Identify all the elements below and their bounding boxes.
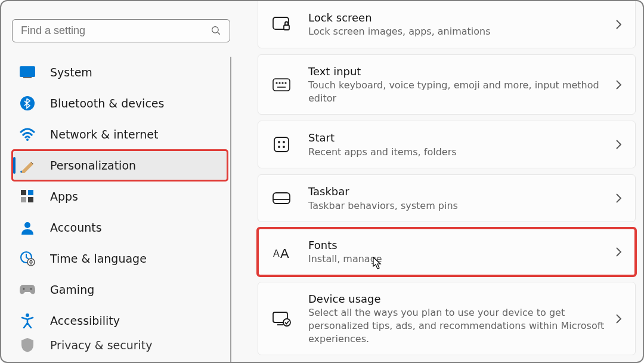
text-input-icon [271, 75, 292, 95]
chevron-right-icon [615, 19, 622, 30]
svg-point-20 [279, 82, 280, 84]
settings-content: Lock screen Lock screen images, apps, an… [240, 1, 643, 362]
sidebar-nav: System Bluetooth & devices Network & int… [12, 57, 231, 362]
device-usage-icon [271, 309, 292, 329]
sidebar: System Bluetooth & devices Network & int… [1, 1, 240, 362]
svg-rect-17 [284, 25, 289, 30]
personalization-icon [19, 157, 36, 174]
card-title: Lock screen [308, 11, 608, 25]
fonts-icon: AA [271, 242, 292, 262]
start-icon [271, 134, 292, 155]
card-desc: Lock screen images, apps, animations [308, 25, 608, 38]
search-input[interactable] [21, 24, 210, 37]
accounts-icon [19, 219, 36, 236]
system-icon [19, 64, 36, 81]
accessibility-icon [19, 312, 36, 329]
svg-point-5 [26, 139, 29, 141]
card-title: Start [308, 131, 608, 145]
card-device-usage[interactable]: Device usage Select all the ways you pla… [258, 282, 636, 355]
svg-line-1 [218, 32, 220, 35]
lock-screen-icon [271, 14, 292, 35]
svg-point-15 [26, 313, 29, 317]
sidebar-item-label: Gaming [50, 283, 94, 296]
svg-text:A: A [273, 248, 280, 259]
chevron-right-icon [615, 193, 622, 204]
svg-point-0 [212, 27, 219, 33]
svg-point-27 [278, 146, 280, 147]
svg-point-25 [278, 141, 280, 143]
svg-point-14 [30, 288, 32, 290]
card-text: Fonts Install, manage [308, 238, 608, 266]
sidebar-item-apps[interactable]: Apps [12, 181, 228, 212]
svg-point-19 [276, 82, 277, 84]
sidebar-item-personalization[interactable]: Personalization [12, 150, 228, 181]
svg-rect-6 [21, 190, 26, 195]
svg-rect-7 [28, 190, 33, 195]
sidebar-item-gaming[interactable]: Gaming [12, 274, 228, 305]
card-desc: Recent apps and items, folders [308, 146, 608, 159]
card-fonts[interactable]: AA Fonts Install, manage [258, 228, 636, 276]
network-icon [19, 126, 36, 143]
svg-point-10 [24, 222, 30, 228]
svg-rect-2 [20, 66, 35, 77]
card-title: Text input [308, 64, 608, 79]
svg-point-13 [23, 288, 25, 290]
sidebar-item-label: Accounts [50, 221, 102, 234]
settings-window: System Bluetooth & devices Network & int… [0, 0, 644, 363]
card-title: Taskbar [308, 184, 608, 199]
apps-icon [19, 188, 36, 205]
sidebar-item-system[interactable]: System [12, 57, 228, 88]
card-taskbar[interactable]: Taskbar Taskbar behaviors, system pins [258, 174, 636, 222]
card-title: Fonts [308, 238, 608, 253]
svg-rect-24 [274, 137, 289, 152]
sidebar-item-accessibility[interactable]: Accessibility [12, 305, 228, 336]
svg-point-28 [283, 146, 284, 147]
search-box[interactable] [12, 19, 230, 42]
card-lock-screen[interactable]: Lock screen Lock screen images, apps, an… [258, 1, 636, 48]
svg-rect-9 [28, 197, 33, 202]
sidebar-item-accounts[interactable]: Accounts [12, 212, 228, 243]
card-text: Start Recent apps and items, folders [308, 131, 608, 158]
card-text: Device usage Select all the ways you pla… [308, 292, 608, 345]
svg-rect-3 [23, 77, 32, 78]
card-start[interactable]: Start Recent apps and items, folders [258, 121, 636, 168]
chevron-right-icon [615, 247, 622, 257]
gaming-icon [19, 281, 36, 298]
bluetooth-icon [19, 95, 36, 112]
time-language-icon [19, 250, 36, 267]
card-title: Device usage [308, 292, 608, 306]
sidebar-item-network[interactable]: Network & internet [12, 119, 228, 150]
card-desc: Install, manage [308, 253, 608, 266]
svg-rect-8 [21, 197, 26, 202]
sidebar-item-privacy[interactable]: Privacy & security [12, 336, 228, 354]
sidebar-item-label: Time & language [50, 252, 147, 265]
card-desc: Taskbar behaviors, system pins [308, 199, 608, 213]
svg-point-26 [283, 141, 284, 143]
sidebar-item-label: Privacy & security [50, 339, 153, 352]
card-text: Lock screen Lock screen images, apps, an… [308, 11, 608, 38]
card-text: Taskbar Taskbar behaviors, system pins [308, 184, 608, 212]
privacy-icon [19, 337, 36, 353]
card-desc: Touch keyboard, voice typing, emoji and … [308, 79, 608, 104]
sidebar-item-label: Bluetooth & devices [50, 97, 164, 110]
taskbar-icon [271, 188, 292, 208]
card-text-input[interactable]: Text input Touch keyboard, voice typing,… [258, 54, 636, 115]
svg-point-35 [283, 319, 290, 326]
svg-text:A: A [280, 246, 289, 260]
sidebar-item-label: System [50, 66, 92, 79]
chevron-right-icon [615, 139, 622, 150]
svg-point-21 [282, 82, 283, 84]
chevron-right-icon [615, 79, 622, 90]
sidebar-item-label: Apps [50, 190, 78, 203]
search-icon [210, 25, 221, 36]
card-text: Text input Touch keyboard, voice typing,… [308, 64, 608, 104]
svg-rect-29 [273, 193, 290, 204]
sidebar-item-label: Network & internet [50, 128, 158, 141]
card-desc: Select all the ways you plan to use your… [308, 306, 608, 345]
chevron-right-icon [615, 313, 622, 324]
sidebar-item-label: Personalization [50, 159, 136, 172]
svg-point-22 [285, 82, 286, 84]
sidebar-item-bluetooth[interactable]: Bluetooth & devices [12, 88, 228, 119]
sidebar-item-time-language[interactable]: Time & language [12, 243, 228, 274]
sidebar-item-label: Accessibility [50, 314, 120, 327]
